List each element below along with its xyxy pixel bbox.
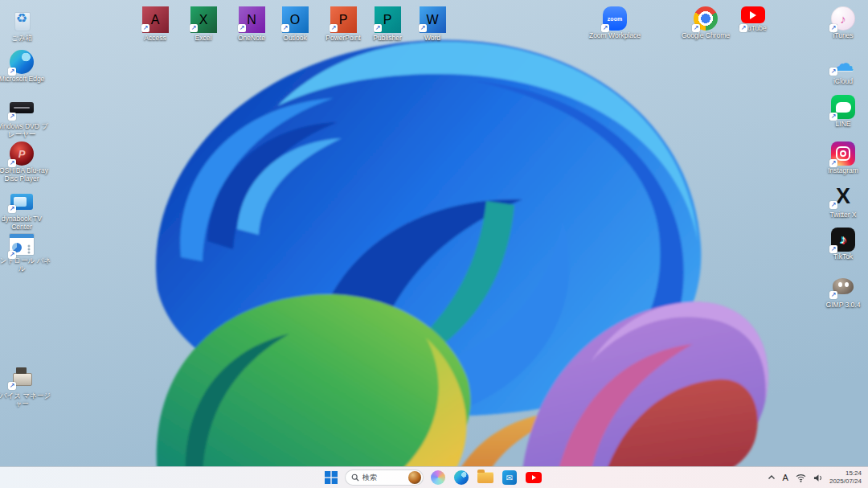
desktop-icon-label: Word — [424, 35, 440, 43]
desktop-icon-label: Windows DVD プレーヤー — [0, 123, 51, 139]
desktop-icon-label: デバイス マネージャー — [0, 392, 51, 408]
chevron-up-icon — [768, 474, 776, 481]
desktop-icon-instagram[interactable]: ↗Instagram — [814, 141, 868, 175]
shortcut-arrow-icon: ↗ — [190, 24, 198, 32]
shortcut-arrow-icon: ↗ — [330, 24, 338, 32]
taskbar: 検索 A — [0, 466, 868, 488]
desktop-icon-label: LINE — [836, 121, 851, 129]
ime-mode-button[interactable]: A — [780, 471, 791, 484]
desktop-icon-icloud[interactable]: ↗iCloud — [814, 50, 868, 86]
taskbar-search[interactable]: 検索 — [345, 470, 424, 486]
shortcut-arrow-icon: ↗ — [829, 159, 837, 167]
desktop-icon-control-panel[interactable]: ↗コントロール パネル — [0, 233, 51, 273]
shortcut-arrow-icon: ↗ — [141, 24, 149, 32]
shortcut-arrow-icon: ↗ — [8, 113, 16, 121]
desktop-icon-layer: ごみ箱↗Access↗Excel↗OneNote↗Outlook↗PowerPo… — [0, 0, 868, 488]
outlook-icon — [502, 470, 517, 485]
shortcut-arrow-icon: ↗ — [8, 205, 16, 213]
wifi-button[interactable] — [793, 472, 809, 484]
desktop-icon-microsoft-edge[interactable]: ↗Microsoft Edge — [0, 50, 51, 84]
clock-button[interactable]: 15:24 2025/07/24 — [828, 470, 863, 486]
file-explorer-button[interactable] — [476, 470, 495, 485]
youtube-icon — [741, 6, 765, 23]
clock-time: 15:24 — [845, 470, 862, 478]
desktop-icon-device-manager[interactable]: ↗デバイス マネージャー — [0, 364, 51, 408]
shortcut-arrow-icon: ↗ — [829, 113, 837, 121]
search-highlight-image[interactable] — [408, 471, 421, 484]
edge-icon — [454, 470, 469, 485]
desktop-icon-label: ごみ箱 — [11, 35, 32, 43]
desktop-icon-label: iTunes — [833, 32, 853, 40]
desktop-icon-gimp[interactable]: ↗GIMP 3.0.4 — [814, 273, 868, 310]
desktop-icon-tiktok[interactable]: ↗TikTok — [814, 228, 868, 261]
shortcut-arrow-icon: ↗ — [419, 24, 427, 32]
search-placeholder: 検索 — [362, 473, 405, 483]
windows-logo-icon — [325, 471, 338, 484]
shortcut-arrow-icon: ↗ — [8, 159, 16, 167]
desktop-icon-x-twitter[interactable]: ↗Twitter X — [814, 183, 868, 219]
hidden-icons-button[interactable] — [765, 473, 778, 482]
desktop-icon-label: PowerPoint — [326, 35, 360, 43]
wifi-icon — [796, 474, 806, 482]
clock-date: 2025/07/24 — [829, 478, 862, 486]
shortcut-arrow-icon: ↗ — [829, 291, 837, 299]
desktop-icon-label: Access — [144, 35, 166, 43]
desktop-icon-label: コントロール パネル — [0, 257, 51, 273]
taskbar-center: 検索 — [323, 467, 543, 488]
desktop-icon-label: Microsoft Edge — [0, 76, 44, 84]
desktop-icon-zoom-workplace[interactable]: ↗Zoom Workplace — [586, 6, 644, 40]
shortcut-arrow-icon: ↗ — [8, 251, 16, 259]
desktop-icon-recycle-bin[interactable]: ごみ箱 — [0, 6, 51, 43]
desktop-icon-label: TOSHIBA Blu-ray Disc Player — [0, 167, 51, 183]
start-button[interactable] — [323, 470, 339, 486]
shortcut-arrow-icon: ↗ — [829, 245, 837, 253]
shortcut-arrow-icon: ↗ — [238, 24, 246, 32]
desktop-icon-dynabook-tv-center[interactable]: ↗dynabook TV Center — [0, 187, 51, 232]
desktop-icon-youtube[interactable]: ↗YouTube — [724, 6, 782, 33]
desktop-icon-label: Instagram — [828, 167, 858, 175]
desktop-icon-label: Excel — [195, 35, 212, 43]
desktop: ごみ箱↗Access↗Excel↗OneNote↗Outlook↗PowerPo… — [0, 0, 868, 488]
copilot-icon — [431, 470, 445, 485]
desktop-icon-label: Zoom Workplace — [589, 32, 641, 40]
desktop-icon-windows-dvd-player[interactable]: ↗Windows DVD プレーヤー — [0, 95, 51, 139]
shortcut-arrow-icon: ↗ — [8, 68, 16, 76]
shortcut-arrow-icon: ↗ — [829, 24, 837, 32]
desktop-icon-label: dynabook TV Center — [0, 215, 51, 232]
volume-button[interactable] — [811, 472, 825, 484]
shortcut-arrow-icon: ↗ — [8, 382, 16, 390]
shortcut-arrow-icon: ↗ — [739, 24, 747, 32]
shortcut-arrow-icon: ↗ — [281, 24, 289, 32]
desktop-icon-label: Outlook — [283, 35, 306, 43]
folder-icon — [477, 472, 493, 483]
system-tray: A 15:24 2025/07/24 — [765, 467, 868, 488]
desktop-icon-label: Google Chrome — [682, 32, 730, 40]
youtube-button[interactable] — [524, 470, 543, 485]
shortcut-arrow-icon: ↗ — [829, 68, 837, 76]
shortcut-arrow-icon: ↗ — [601, 24, 609, 32]
desktop-icon-label: TikTok — [833, 253, 853, 261]
desktop-icon-itunes[interactable]: ↗iTunes — [814, 6, 868, 40]
desktop-icon-label: Publisher — [373, 35, 401, 43]
shortcut-arrow-icon: ↗ — [692, 24, 700, 32]
speaker-icon — [813, 474, 823, 482]
shortcut-arrow-icon: ↗ — [374, 24, 382, 32]
outlook-button[interactable] — [501, 469, 518, 486]
youtube-icon — [526, 472, 542, 483]
shortcut-arrow-icon: ↗ — [829, 201, 837, 209]
recycle-icon — [9, 6, 35, 33]
desktop-icon-label: GIMP 3.0.4 — [826, 301, 861, 310]
desktop-icon-line[interactable]: ↗LINE — [814, 95, 868, 129]
desktop-icon-word[interactable]: ↗Word — [403, 6, 461, 43]
search-icon — [351, 474, 359, 482]
copilot-button[interactable] — [429, 469, 447, 486]
desktop-icon-label: Twitter X — [829, 211, 856, 219]
desktop-icon-toshiba-bluray-disc-player[interactable]: ↗TOSHIBA Blu-ray Disc Player — [0, 141, 51, 183]
desktop-icon-label: iCloud — [833, 78, 853, 86]
edge-button[interactable] — [452, 469, 470, 486]
desktop-icon-label: OneNote — [238, 35, 265, 43]
